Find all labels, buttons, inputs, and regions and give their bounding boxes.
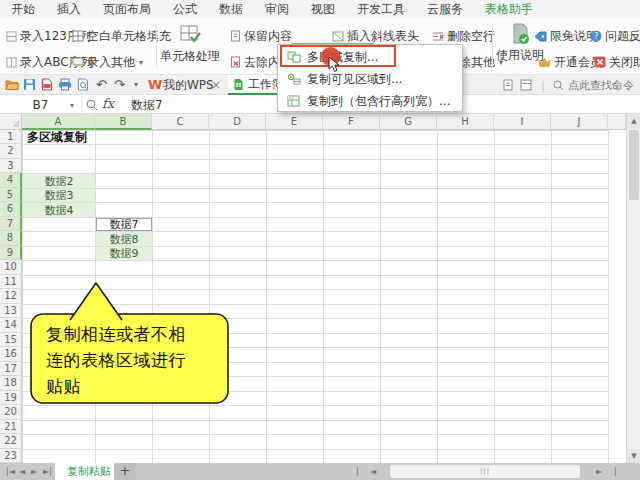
scroll-up-icon[interactable]: ▲ [627, 114, 640, 128]
row-header-10[interactable]: 10 [0, 260, 22, 274]
grid-line-horizontal [22, 449, 608, 450]
print-icon[interactable] [58, 78, 72, 91]
close-home-tab-icon[interactable]: × [211, 75, 221, 95]
keep-content-button[interactable]: 保留内容 [230, 27, 292, 45]
row-header-19[interactable]: 19 [0, 391, 22, 405]
column-header-E[interactable]: E [266, 114, 323, 130]
row-header-4[interactable]: 4 [0, 173, 22, 187]
menu-review[interactable]: 审阅 [254, 0, 300, 19]
cell-A6[interactable]: 数据4 [23, 203, 95, 216]
row-header-16[interactable]: 16 [0, 347, 22, 361]
horizontal-scroll-thumb[interactable]: ||| [390, 465, 580, 478]
window-switch-icon[interactable] [520, 79, 532, 91]
row-header-13[interactable]: 13 [0, 304, 22, 318]
row-header-9[interactable]: 9 [0, 246, 22, 260]
scroll-down-icon[interactable]: ▼ [627, 449, 640, 463]
column-header-C[interactable]: C [152, 114, 209, 130]
zoom-formula-icon[interactable] [86, 99, 98, 111]
close-helper-button[interactable]: 关闭助手 [594, 53, 640, 71]
column-header-A[interactable]: A [22, 114, 95, 130]
next-sheet-icon[interactable]: ► [31, 463, 37, 480]
menu-developer[interactable]: 开发工具 [346, 0, 416, 19]
open-vip-button[interactable]: 开通会员 [538, 53, 602, 71]
column-header-G[interactable]: G [380, 114, 437, 130]
enter-other-button[interactable]: 录入其他 ▾ [72, 53, 143, 71]
find-command-box[interactable]: | 点此查找命令 [503, 75, 640, 95]
open-file-icon[interactable] [5, 78, 19, 91]
insert-diagonal-header-button[interactable]: 插入斜线表头 [332, 27, 419, 45]
row-header-11[interactable]: 11 [0, 275, 22, 289]
row-header-3[interactable]: 3 [0, 159, 22, 173]
sheet-tab-active[interactable]: 复制粘贴 [55, 463, 123, 480]
undo-icon[interactable]: ↶ [96, 75, 107, 95]
menu-item-copy-with-dimensions[interactable]: 复制到（包含行高列宽）... [279, 90, 461, 112]
cell-B8[interactable]: 数据8 [96, 232, 152, 245]
redo-icon[interactable]: ↷ [114, 75, 125, 95]
menu-page-layout[interactable]: 页面布局 [92, 0, 162, 19]
cell-A1[interactable]: 多区域复制 [23, 131, 153, 144]
home-tab[interactable]: 我的WPS [163, 75, 214, 95]
menu-view[interactable]: 视图 [300, 0, 346, 19]
select-all-corner[interactable] [0, 114, 22, 130]
find-command-placeholder: 点此查找命令 [568, 78, 634, 93]
qat-dropdown-icon[interactable]: ▾ [134, 75, 138, 95]
scroll-right-icon[interactable]: ► [596, 465, 602, 478]
column-header-J[interactable]: J [551, 114, 608, 130]
delete-blank-rows-label: 删除空行 [447, 28, 495, 45]
delete-blank-rows-button[interactable]: 删除空行 [432, 27, 495, 45]
chevron-down-icon: ▾ [139, 58, 143, 67]
column-header-H[interactable]: H [437, 114, 494, 130]
scroll-left-icon[interactable]: ◄ [370, 465, 376, 478]
feedback-button[interactable]: ? 问题反馈 [590, 27, 640, 45]
column-header-D[interactable]: D [209, 114, 266, 130]
menu-table-helper[interactable]: 表格助手 [474, 0, 544, 19]
cell-A5[interactable]: 数据3 [23, 189, 95, 202]
cell-process-button[interactable]: 单元格处理 [158, 24, 222, 65]
cell-B9[interactable]: 数据9 [96, 247, 152, 260]
export-pdf-icon[interactable] [41, 78, 53, 91]
prev-sheet-icon[interactable]: ◄ [19, 463, 25, 480]
horizontal-scrollbar[interactable]: | ◄ ||| ► | [356, 465, 624, 478]
vertical-scrollbar[interactable]: ▲ ▼ [626, 114, 640, 463]
row-header-2[interactable]: 2 [0, 144, 22, 158]
menu-item-copy-visible-region[interactable]: 复制可见区域到... [279, 68, 461, 90]
vertical-scroll-thumb[interactable] [629, 130, 639, 200]
spreadsheet-grid[interactable]: ABCDEFGHIJ123456789101112131415161718192… [0, 114, 626, 463]
name-box-dropdown-icon[interactable]: ▾ [70, 101, 74, 110]
menu-formulas[interactable]: 公式 [162, 0, 208, 19]
free-limit-info-button[interactable]: 限免说明 [534, 27, 598, 45]
menu-home[interactable]: 开始 [0, 0, 46, 19]
row-header-1[interactable]: 1 [0, 130, 22, 144]
row-header-23[interactable]: 23 [0, 449, 22, 463]
print-preview-icon[interactable] [77, 78, 89, 91]
formula-input[interactable]: 数据7 [131, 97, 163, 114]
row-header-20[interactable]: 20 [0, 405, 22, 419]
wps-spreadsheet-window: 开始 插入 页面布局 公式 数据 审阅 视图 开发工具 云服务 表格助手 录入1… [0, 0, 640, 480]
column-header-I[interactable]: I [494, 114, 551, 130]
cell-B7[interactable]: 数据7 [96, 218, 152, 231]
row-header-5[interactable]: 5 [0, 188, 22, 202]
row-header-8[interactable]: 8 [0, 231, 22, 245]
menu-cloud[interactable]: 云服务 [416, 0, 474, 19]
column-header-F[interactable]: F [323, 114, 380, 130]
first-sheet-icon[interactable]: |◄ [6, 463, 15, 480]
row-header-17[interactable]: 17 [0, 362, 22, 376]
row-header-14[interactable]: 14 [0, 318, 22, 332]
row-header-15[interactable]: 15 [0, 333, 22, 347]
cell-A4[interactable]: 数据2 [23, 174, 95, 187]
fx-icon[interactable]: fx [102, 96, 114, 111]
document-icon [230, 30, 241, 42]
last-sheet-icon[interactable]: ►| [43, 463, 52, 480]
menu-data[interactable]: 数据 [208, 0, 254, 19]
row-header-6[interactable]: 6 [0, 202, 22, 216]
row-header-18[interactable]: 18 [0, 376, 22, 390]
row-header-21[interactable]: 21 [0, 420, 22, 434]
doc-small-icon[interactable] [503, 79, 514, 91]
save-icon[interactable] [23, 78, 36, 91]
row-header-12[interactable]: 12 [0, 289, 22, 303]
row-header-7[interactable]: 7 [0, 217, 22, 231]
menu-insert[interactable]: 插入 [46, 0, 92, 19]
column-header-B[interactable]: B [95, 114, 152, 130]
add-sheet-button[interactable]: + [114, 463, 136, 480]
row-header-22[interactable]: 22 [0, 434, 22, 448]
